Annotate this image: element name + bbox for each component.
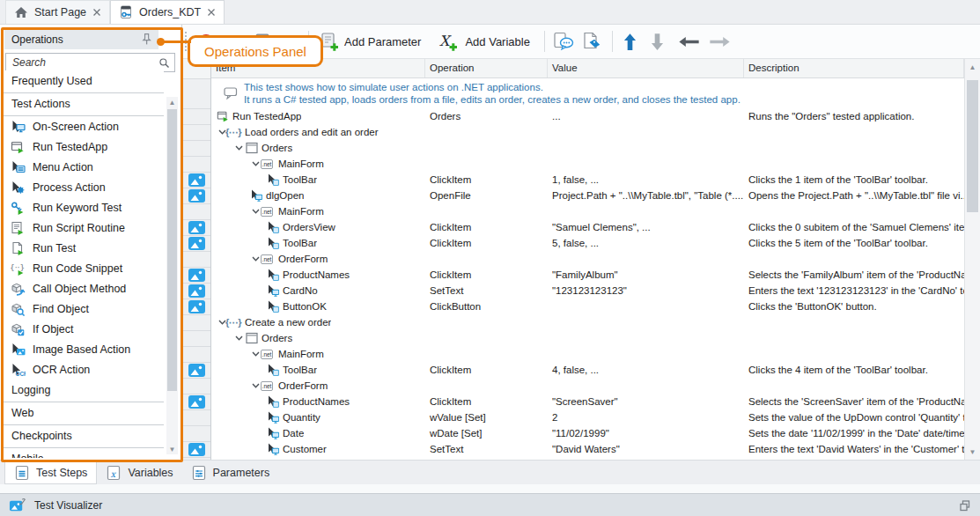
description-cell[interactable]: Clicks the 0 subitem of the 'Samuel Clem… (744, 219, 964, 235)
operation-item-on-screen-action[interactable]: On-Screen Action (2, 116, 164, 136)
add-parameter-button[interactable]: Add Parameter (316, 29, 424, 54)
operation-cell[interactable]: wDate [Set] (425, 425, 548, 441)
visualizer-thumbnail-icon[interactable] (188, 221, 205, 234)
test-step-row[interactable]: .netMainForm (211, 156, 964, 172)
visualizer-thumbnail-icon[interactable] (188, 189, 205, 203)
operations-category-test-actions[interactable]: Test Actions (2, 93, 164, 116)
scroll-down-icon[interactable]: ▼ (166, 444, 178, 454)
operations-panel-header[interactable]: Operations (4, 29, 158, 49)
value-cell[interactable]: 2 (548, 409, 744, 425)
test-step-row[interactable]: Orders (211, 140, 964, 156)
test-step-row[interactable]: CardNoSetText"123123123123"Enters the te… (211, 283, 964, 299)
operations-category-logging[interactable]: Logging (2, 380, 164, 402)
test-step-row[interactable]: .netOrderForm (211, 251, 964, 267)
test-step-row[interactable]: OrdersViewClickItem"Samuel Clemens", ...… (211, 219, 964, 235)
pin-icon[interactable] (140, 33, 153, 46)
value-cell[interactable]: "123123123123" (548, 283, 744, 299)
visualizer-cell[interactable] (182, 299, 210, 315)
tab-variables[interactable]: x Variables (97, 461, 181, 484)
scrollbar-thumb[interactable] (967, 80, 978, 212)
operation-cell[interactable]: ClickItem (425, 394, 548, 409)
tab-parameters[interactable]: Parameters (182, 461, 279, 484)
close-icon[interactable] (207, 8, 216, 17)
visualizer-thumbnail-icon[interactable] (188, 300, 205, 313)
move-down-icon[interactable] (651, 33, 664, 51)
visualizer-thumbnail-icon[interactable] (188, 269, 205, 282)
operation-cell[interactable]: ClickItem (425, 362, 548, 378)
operation-cell[interactable]: OpenFile (425, 188, 548, 203)
operation-cell[interactable]: ClickItem (425, 235, 548, 251)
operation-item-call-object-method[interactable]: Call Object Method (2, 278, 164, 299)
test-step-row[interactable]: ProductNamesClickItem"ScreenSaver"Select… (211, 394, 964, 409)
visualizer-cell[interactable] (182, 236, 210, 252)
operation-item-run-script-routine[interactable]: Run Script Routine (2, 217, 164, 238)
operation-item-run-test[interactable]: Run Test (2, 238, 164, 258)
operation-cell[interactable]: SetText (425, 441, 548, 457)
visualizer-cell[interactable] (182, 442, 210, 458)
test-step-row[interactable]: ToolBarClickItem4, false, ...Clicks the … (211, 362, 964, 378)
value-cell[interactable]: "David Waters" (548, 441, 744, 457)
test-step-row[interactable]: Run TestedAppOrders...Runs the "Orders" … (211, 108, 964, 124)
operations-category-web[interactable]: Web (2, 402, 164, 425)
tab-start-page[interactable]: Start Page (5, 0, 110, 24)
test-step-row[interactable]: QuantitywValue [Set]2Sets the value of t… (211, 409, 964, 425)
grid-scrollbar[interactable]: ▲ ▼ (964, 59, 980, 460)
visualizer-thumbnail-icon[interactable] (188, 173, 205, 187)
value-cell[interactable]: Project.Path + "..\\MyTable.tbl", "Table… (548, 188, 744, 203)
operations-category-checkpoints[interactable]: Checkpoints (2, 425, 164, 448)
description-cell[interactable]: Clicks the 1 item of the 'ToolBar' toolb… (744, 172, 964, 188)
description-cell[interactable]: Sets the date '11/02/1999' in the 'Date'… (744, 425, 964, 441)
value-cell[interactable]: "Samuel Clemens", ... (548, 219, 744, 235)
operation-item-run-keyword-test[interactable]: Run Keyword Test (2, 197, 164, 217)
visualizer-cell[interactable] (182, 363, 210, 379)
test-step-row[interactable]: Orders (211, 330, 964, 346)
scrollbar-thumb[interactable] (167, 109, 177, 391)
operation-cell[interactable]: ClickItem (425, 219, 548, 235)
operation-cell[interactable]: Orders (425, 108, 548, 124)
column-header-operation[interactable]: Operation (425, 59, 548, 77)
value-cell[interactable]: "FamilyAlbum" (548, 267, 744, 283)
operation-cell[interactable]: ClickItem (425, 267, 548, 283)
test-step-row[interactable]: ButtonOKClickButtonClicks the 'ButtonOK'… (211, 299, 964, 314)
test-step-row[interactable]: .netOrderForm (211, 378, 964, 394)
description-cell[interactable]: Enters the text '123123123123' in the 'C… (744, 283, 964, 299)
test-step-row[interactable]: DatewDate [Set]"11/02/1999"Sets the date… (211, 425, 964, 441)
operations-scrollbar[interactable]: ▲ ▼ (166, 97, 178, 454)
operation-cell[interactable]: ClickButton (425, 299, 548, 314)
operation-item-process-action[interactable]: Process Action (2, 177, 164, 197)
undock-panel-icon[interactable] (959, 499, 971, 512)
expand-chevron-icon[interactable] (233, 334, 245, 343)
close-icon[interactable] (92, 8, 101, 17)
value-cell[interactable]: ... (548, 108, 744, 124)
visualizer-thumbnail-icon[interactable] (188, 364, 205, 377)
indent-icon[interactable] (709, 36, 731, 48)
move-up-icon[interactable] (623, 33, 637, 51)
operations-category-mobile[interactable]: Mobile (2, 448, 164, 458)
description-cell[interactable]: Clicks the 4 item of the 'ToolBar' toolb… (744, 362, 964, 378)
search-icon[interactable] (158, 57, 170, 69)
test-step-row[interactable]: .netMainForm (211, 346, 964, 362)
visualizer-cell[interactable] (182, 188, 210, 204)
visualizer-cell[interactable] (182, 173, 210, 188)
operation-item-if-object[interactable]: If Object (2, 319, 164, 339)
value-cell[interactable]: "ScreenSaver" (548, 394, 744, 409)
description-cell[interactable]: Clicks the 5 item of the 'ToolBar' toolb… (744, 235, 964, 251)
test-step-row[interactable]: ToolBarClickItem5, false, ...Clicks the … (211, 235, 964, 251)
scroll-down-icon[interactable]: ▼ (965, 446, 980, 458)
visualizer-cell[interactable] (182, 220, 210, 236)
comment-row[interactable]: This test shows how to simulate user act… (211, 78, 964, 108)
operations-search-box[interactable] (5, 53, 175, 72)
add-label-icon[interactable] (581, 32, 602, 51)
operation-cell[interactable]: SetText (425, 283, 548, 299)
add-variable-button[interactable]: X Add Variable (435, 29, 533, 54)
test-step-row[interactable]: .netMainForm (211, 203, 964, 219)
visualizer-cell[interactable] (182, 284, 210, 299)
visualizer-cell[interactable] (182, 268, 210, 284)
operation-item-ocr-action[interactable]: OCROCR Action (2, 359, 164, 380)
test-step-row[interactable]: ToolBarClickItem1, false, ...Clicks the … (211, 172, 964, 188)
operation-item-run-code-snippet[interactable]: {⋅⋅}Run Code Snippet (2, 258, 164, 278)
description-cell[interactable]: Selects the 'FamilyAlbum' item of the 'P… (744, 267, 964, 283)
value-cell[interactable]: "11/02/1999" (548, 425, 744, 441)
test-step-row[interactable]: ProductNamesClickItem"FamilyAlbum"Select… (211, 267, 964, 283)
operation-item-menu-action[interactable]: Menu Action (2, 157, 164, 177)
